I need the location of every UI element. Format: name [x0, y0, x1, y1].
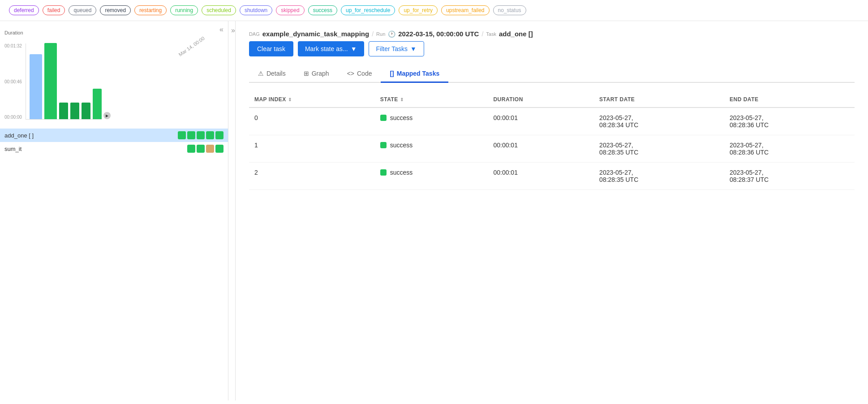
dag-label: DAG — [249, 31, 260, 37]
chart-bar — [30, 54, 42, 119]
state-color-dot — [380, 115, 387, 121]
end-date-cell: 2023-05-27, 08:28:37 UTC — [724, 163, 855, 190]
right-panel: DAG example_dynamic_task_mapping / Run 🕐… — [236, 21, 868, 400]
task-status-dot — [206, 145, 214, 153]
status-badge-failed[interactable]: failed — [43, 5, 65, 15]
tabs: ⚠Details⊞Graph<>Code[]Mapped Tasks — [249, 65, 855, 83]
start-date-cell: 2023-05-27, 08:28:35 UTC — [594, 163, 724, 190]
mark-state-button[interactable]: Mark state as... ▼ — [298, 41, 364, 56]
status-badge-no_status[interactable]: no_status — [493, 5, 526, 15]
state-cell: success — [375, 135, 488, 163]
duration-cell: 00:00:01 — [488, 163, 594, 190]
task-label: Task — [486, 31, 496, 37]
status-badge-skipped[interactable]: skipped — [276, 5, 304, 15]
table-row: 2success00:00:012023-05-27, 08:28:35 UTC… — [249, 163, 855, 190]
col-header-state[interactable]: STATE ⇕ — [375, 92, 488, 107]
graph-tab-label: Graph — [312, 70, 329, 77]
task-status-dot — [187, 131, 195, 139]
status-badge-shutdown[interactable]: shutdown — [240, 5, 272, 15]
task-list: add_one [ ]sum_it — [0, 129, 228, 155]
col-header-startDate[interactable]: START DATE — [594, 92, 724, 107]
chart-bar — [93, 89, 102, 119]
table-row: 0success00:00:012023-05-27, 08:28:34 UTC… — [249, 107, 855, 135]
chart-area: Duration Mar 14, 00:00 00:01:32 00:00:46… — [0, 26, 228, 124]
end-date-cell: 2023-05-27, 08:28:36 UTC — [724, 107, 855, 135]
task-status-dot — [197, 145, 205, 153]
table-row: 1success00:00:012023-05-27, 08:28:35 UTC… — [249, 135, 855, 163]
state-color-dot — [380, 142, 387, 148]
state-color-dot — [380, 169, 387, 176]
mapped-tasks-table: MAP INDEX ⇕STATE ⇕DURATIONSTART DATEEND … — [249, 92, 855, 190]
y-label-bot: 00:00:00 — [4, 115, 22, 120]
status-badge-upstream_failed[interactable]: upstream_failed — [441, 5, 489, 15]
y-label-top: 00:01:32 — [4, 43, 22, 48]
col-header-duration[interactable]: DURATION — [488, 92, 594, 107]
status-badge-up_for_reschedule[interactable]: up_for_reschedule — [341, 5, 395, 15]
left-panel: « Duration Mar 14, 00:00 00:01:32 00:00:… — [0, 21, 228, 400]
col-header-mapIndex[interactable]: MAP INDEX ⇕ — [249, 92, 375, 107]
task-status-dot — [206, 131, 214, 139]
start-date-cell: 2023-05-27, 08:28:35 UTC — [594, 135, 724, 163]
end-date-cell: 2023-05-27, 08:28:36 UTC — [724, 135, 855, 163]
status-badge-restarting[interactable]: restarting — [134, 5, 167, 15]
task-row[interactable]: sum_it — [0, 142, 228, 155]
state-text: success — [390, 142, 413, 149]
dag-value: example_dynamic_task_mapping — [262, 30, 369, 38]
chart-bar — [59, 103, 68, 119]
status-badge-scheduled[interactable]: scheduled — [202, 5, 236, 15]
map-index-cell: 0 — [249, 107, 375, 135]
task-status-dot — [178, 131, 186, 139]
duration-cell: 00:00:01 — [488, 107, 594, 135]
breadcrumb: DAG example_dynamic_task_mapping / Run 🕐… — [249, 30, 855, 38]
collapse-button[interactable]: « — [219, 26, 223, 34]
details-tab-label: Details — [266, 70, 286, 77]
chart-bar — [44, 43, 57, 119]
state-cell: success — [375, 107, 488, 135]
tab-mapped[interactable]: []Mapped Tasks — [381, 65, 448, 83]
expand-button[interactable]: » — [231, 26, 235, 34]
details-tab-icon: ⚠ — [258, 70, 264, 77]
run-label: Run — [376, 31, 385, 37]
code-tab-label: Code — [357, 70, 372, 77]
graph-tab-icon: ⊞ — [304, 70, 309, 77]
status-badge-deferred[interactable]: deferred — [9, 5, 39, 15]
mapped-tab-icon: [] — [390, 70, 394, 77]
map-index-cell: 2 — [249, 163, 375, 190]
status-badge-running[interactable]: running — [170, 5, 198, 15]
run-value: 2022-03-15, 00:00:00 UTC — [398, 30, 479, 38]
tab-code[interactable]: <>Code — [338, 65, 381, 83]
task-status-dot — [215, 131, 223, 139]
status-badge-up_for_retry[interactable]: up_for_retry — [399, 5, 438, 15]
col-header-endDate[interactable]: END DATE — [724, 92, 855, 107]
state-cell: success — [375, 163, 488, 190]
play-button[interactable]: ▶ — [103, 112, 111, 119]
start-date-cell: 2023-05-27, 08:28:34 UTC — [594, 107, 724, 135]
chart-bar — [82, 103, 90, 119]
chart-bar — [70, 103, 79, 119]
code-tab-icon: <> — [347, 70, 354, 77]
status-badge-removed[interactable]: removed — [100, 5, 131, 15]
task-name: sum_it — [4, 146, 183, 152]
task-value: add_one [] — [499, 30, 533, 38]
map-index-cell: 1 — [249, 135, 375, 163]
tab-details[interactable]: ⚠Details — [249, 65, 295, 83]
task-status-dot — [215, 145, 223, 153]
task-row[interactable]: add_one [ ] — [0, 129, 228, 142]
tab-graph[interactable]: ⊞Graph — [295, 65, 338, 83]
duration-label: Duration — [4, 30, 23, 35]
mapped-tab-label: Mapped Tasks — [397, 70, 439, 77]
action-bar: Clear task Mark state as... ▼ Filter Tas… — [249, 41, 855, 56]
status-bar: deferredfailedqueuedremovedrestartingrun… — [0, 0, 868, 21]
task-status-dot — [197, 131, 205, 139]
status-badge-success[interactable]: success — [308, 5, 337, 15]
state-text: success — [390, 169, 413, 176]
task-name: add_one [ ] — [4, 132, 173, 139]
duration-cell: 00:00:01 — [488, 135, 594, 163]
state-text: success — [390, 114, 413, 121]
y-label-mid: 00:00:46 — [4, 79, 22, 84]
task-status-dot — [187, 145, 195, 153]
clear-task-button[interactable]: Clear task — [249, 41, 293, 56]
filter-tasks-button[interactable]: Filter Tasks ▼ — [369, 41, 424, 56]
status-badge-queued[interactable]: queued — [69, 5, 96, 15]
